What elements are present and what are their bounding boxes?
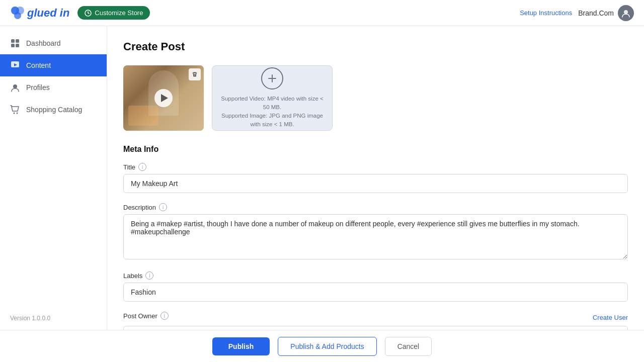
svg-rect-6 xyxy=(16,39,19,43)
title-label: Title i xyxy=(123,163,628,171)
nav-items: Dashboard Content Prof xyxy=(0,26,107,307)
setup-instructions-link[interactable]: Setup Instructions xyxy=(520,9,572,17)
title-field-group: Title i xyxy=(123,163,628,193)
add-media-icon xyxy=(261,67,283,89)
publish-add-products-button[interactable]: Publish & Add Products xyxy=(278,337,376,356)
labels-info-icon: i xyxy=(145,272,153,280)
meta-info-section-title: Meta Info xyxy=(123,145,628,154)
svg-rect-5 xyxy=(11,39,15,43)
publish-button[interactable]: Publish xyxy=(212,337,270,355)
sidebar-item-shopping-catalog[interactable]: Shopping Catalog xyxy=(0,99,107,121)
description-field-group: Description i Being a #makep #artist, th… xyxy=(123,203,628,261)
delete-media-icon[interactable] xyxy=(189,68,201,80)
svg-point-12 xyxy=(14,113,15,114)
profiles-icon xyxy=(10,82,20,93)
svg-point-13 xyxy=(17,113,18,114)
brand-info: Brand.Com xyxy=(578,5,634,21)
svg-rect-7 xyxy=(11,44,15,47)
play-button[interactable] xyxy=(154,89,173,107)
cancel-button[interactable]: Cancel xyxy=(385,337,432,356)
labels-label: Labels i xyxy=(123,272,628,280)
play-icon xyxy=(161,94,168,102)
logo-text: glued in xyxy=(27,7,69,20)
media-row: Supported Video: MP4 video with size < 5… xyxy=(123,65,628,131)
description-textarea[interactable]: Being a #makep #artist, though I have do… xyxy=(123,214,628,259)
topbar: glued in Customize Store Setup Instructi… xyxy=(0,0,644,26)
sidebar-item-dashboard[interactable]: Dashboard xyxy=(0,32,107,54)
sidebar-label-shopping-catalog: Shopping Catalog xyxy=(26,106,82,114)
post-owner-input[interactable] xyxy=(123,326,628,330)
post-owner-label: Post Owner i xyxy=(123,312,169,320)
title-input[interactable] xyxy=(123,174,628,193)
svg-rect-8 xyxy=(16,44,19,47)
sidebar-item-content[interactable]: Content xyxy=(0,54,107,76)
media-upload-area[interactable]: Supported Video: MP4 video with size < 5… xyxy=(212,65,333,131)
bottom-bar: Publish Publish & Add Products Cancel xyxy=(0,330,644,362)
logo: glued in xyxy=(10,6,69,21)
dashboard-icon xyxy=(10,38,20,48)
upload-hint: Supported Video: MP4 video with size < 5… xyxy=(212,95,332,129)
description-label: Description i xyxy=(123,203,628,211)
sidebar-label-dashboard: Dashboard xyxy=(26,39,61,47)
sidebar: Dashboard Content Prof xyxy=(0,26,107,330)
content-icon xyxy=(10,60,20,70)
svg-point-4 xyxy=(624,10,628,14)
labels-input[interactable] xyxy=(123,283,628,302)
sidebar-label-profiles: Profiles xyxy=(26,83,50,92)
version-text: Version 1.0.0.0 xyxy=(0,307,107,330)
sidebar-item-profiles[interactable]: Profiles xyxy=(0,76,107,99)
brand-name: Brand.Com xyxy=(578,9,614,17)
create-user-link[interactable]: Create User xyxy=(593,314,628,321)
post-owner-info-icon: i xyxy=(160,312,169,320)
topbar-left: glued in Customize Store xyxy=(10,6,150,21)
customize-store-button[interactable]: Customize Store xyxy=(77,6,150,20)
media-thumbnail xyxy=(123,65,204,131)
labels-field-group: Labels i xyxy=(123,272,628,302)
title-info-icon: i xyxy=(138,163,146,171)
shopping-catalog-icon xyxy=(10,105,20,115)
description-info-icon: i xyxy=(159,203,167,211)
svg-point-11 xyxy=(13,84,17,88)
page-title: Create Post xyxy=(123,40,628,53)
avatar xyxy=(618,5,634,21)
topbar-right: Setup Instructions Brand.Com xyxy=(520,5,634,21)
sidebar-label-content: Content xyxy=(26,61,51,69)
content-area: Create Post xyxy=(107,26,644,330)
post-owner-field-group: Post Owner i Create User xyxy=(123,312,628,330)
main-layout: Dashboard Content Prof xyxy=(0,26,644,330)
svg-point-2 xyxy=(14,12,21,19)
post-owner-header: Post Owner i Create User xyxy=(123,312,628,323)
